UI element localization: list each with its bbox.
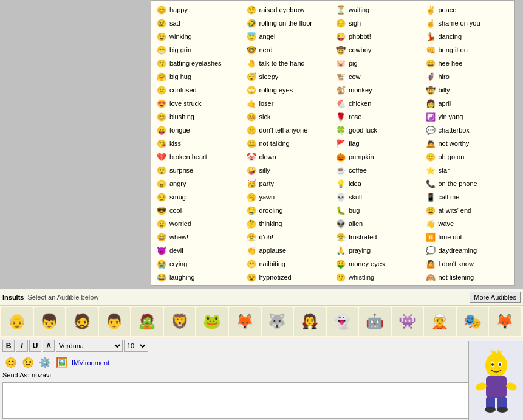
emoji-item[interactable]: 😁big grin	[154, 43, 244, 57]
emoji-item[interactable]: 😤frustrated	[333, 230, 423, 244]
emoji-item[interactable]: 😄hee hee	[423, 57, 513, 70]
emoji-item[interactable]: 🙄rolling eyes	[244, 83, 333, 97]
emoji-item[interactable]: 😜phbbbt!	[333, 30, 423, 43]
emoji-item[interactable]: 💀skull	[333, 190, 423, 204]
audible-icon-item[interactable]: 👴	[1, 307, 33, 336]
emoji-item[interactable]: 😗whistling	[333, 270, 423, 284]
emoji-item[interactable]: 😔sigh	[333, 16, 423, 30]
emoji-item[interactable]: 🐛bug	[333, 204, 423, 217]
wink-button[interactable]: 😉	[21, 357, 35, 368]
emoji-item[interactable]: 🐒monkey	[333, 83, 423, 97]
audible-icon-item[interactable]: 🧟	[131, 307, 163, 336]
emoji-item[interactable]: 🤗big hug	[154, 70, 244, 83]
emoji-item[interactable]: 🤠cowboy	[333, 43, 423, 57]
emoji-item[interactable]: 🤐not talking	[244, 137, 333, 150]
emoji-item[interactable]: 😅whew!	[154, 230, 244, 244]
audible-icon-item[interactable]: 👨	[99, 307, 131, 336]
emoji-item[interactable]: 😎cool	[154, 204, 244, 217]
audible-icon-item[interactable]: 🧛	[294, 307, 326, 336]
emoji-item[interactable]: 🤫don't tell anyone	[244, 123, 333, 137]
emoji-item[interactable]: 🤪silly	[244, 164, 333, 177]
emoji-item[interactable]: 👩april	[423, 97, 513, 110]
emoji-item[interactable]: 🌹rose	[333, 110, 423, 123]
more-audibles-button[interactable]: More Audibles	[470, 292, 521, 303]
emoji-item[interactable]: 🤚talk to the hand	[244, 57, 333, 70]
emoji-item[interactable]: 🍀good luck	[333, 123, 423, 137]
emoji-item[interactable]: 🤔thinking	[244, 217, 333, 230]
audible-icon-item[interactable]: 🦁	[164, 307, 196, 336]
emoji-item[interactable]: 😏smug	[154, 190, 244, 204]
emoji-item[interactable]: 🥳party	[244, 177, 333, 190]
emoji-item[interactable]: 🤠billy	[423, 83, 513, 97]
settings-button[interactable]: ⚙️	[38, 357, 52, 368]
emoji-item[interactable]: 🥱yawn	[244, 190, 333, 204]
emoji-item[interactable]: 😊blushing	[154, 110, 244, 123]
emoji-item[interactable]: 🦸hiro	[423, 70, 513, 83]
emoji-item[interactable]: 🐔chicken	[333, 97, 423, 110]
emoji-item[interactable]: 🤨raised eyebrow	[244, 3, 333, 16]
emoji-item[interactable]: 👏applause	[244, 244, 333, 257]
emoji-item[interactable]: 😲surprise	[154, 164, 244, 177]
audible-icon-item[interactable]: 🤖	[359, 307, 391, 336]
emoji-item[interactable]: 💔broken heart	[154, 150, 244, 164]
audible-icon-item[interactable]: 🐸	[196, 307, 228, 336]
emoji-item[interactable]: 🤙loser	[244, 97, 333, 110]
emoji-item[interactable]: 😩at wits' end	[423, 204, 513, 217]
emoji-item[interactable]: 😈devil	[154, 244, 244, 257]
emoji-popup[interactable]: 😊happy🤨raised eyebrow⏳waiting✌️peace😢sad…	[151, 0, 515, 286]
emoji-item[interactable]: 💃dancing	[423, 30, 513, 43]
audible-icon-item[interactable]: 🦊	[229, 307, 261, 336]
emoji-item[interactable]: 😘kiss	[154, 137, 244, 150]
emoji-item[interactable]: 🤑money eyes	[333, 257, 423, 270]
emoji-item[interactable]: 💬chatterbox	[423, 123, 513, 137]
audible-icon-item[interactable]: 🧝	[424, 307, 456, 336]
emoji-item[interactable]: 😢sad	[154, 16, 244, 30]
emoji-item[interactable]: ✌️peace	[423, 3, 513, 16]
emoji-item[interactable]: 🤣rolling on the floor	[244, 16, 333, 30]
emoji-item[interactable]: 😭crying	[154, 257, 244, 270]
emoji-item[interactable]: 🤒sick	[244, 110, 333, 123]
extra-button[interactable]: 🖼️	[55, 357, 69, 368]
emoji-item[interactable]: 👊bring it on	[423, 43, 513, 57]
emoji-item[interactable]: 😠angry	[154, 177, 244, 190]
emoji-item[interactable]: 🙂oh go on	[423, 150, 513, 164]
emoji-item[interactable]: 🎃pumpkin	[333, 150, 423, 164]
emoji-item[interactable]: 🐷pig	[333, 57, 423, 70]
emoji-item[interactable]: 🙉not listening	[423, 270, 513, 284]
emoji-item[interactable]: 💭daydreaming	[423, 244, 513, 257]
emoji-item[interactable]: 😛tongue	[154, 123, 244, 137]
emoji-item[interactable]: 👋wave	[423, 217, 513, 230]
emoji-item[interactable]: 😐straight face	[154, 284, 244, 286]
emoji-item[interactable]: 😉winking	[154, 30, 244, 43]
emoji-item[interactable]: 🙇not worthy	[423, 137, 513, 150]
emoji-item[interactable]: 🤕feeling beat up	[333, 284, 423, 286]
emoji-item[interactable]: 🤓nerd	[244, 43, 333, 57]
emoji-item[interactable]: 😵hypnotized	[244, 270, 333, 284]
emoji-item[interactable]: 😊happy	[154, 3, 244, 16]
emoji-item[interactable]: ⏸️time out	[423, 230, 513, 244]
emoji-item[interactable]: 😤d'oh!	[244, 230, 333, 244]
smiley-button[interactable]: 😊	[4, 357, 18, 368]
emoji-item[interactable]: 😟worried	[154, 217, 244, 230]
emoji-item[interactable]: ☕coffee	[333, 164, 423, 177]
emoji-item[interactable]: 🙏praying	[333, 244, 423, 257]
audible-icon-item[interactable]: 👻	[327, 307, 358, 336]
emoji-item[interactable]: 😕confused	[154, 83, 244, 97]
emoji-item[interactable]: 😂laughing	[154, 270, 244, 284]
emoji-item[interactable]: ☝️shame on you	[423, 16, 513, 30]
italic-button[interactable]: I	[16, 340, 28, 352]
emoji-item[interactable]: 👽alien	[333, 217, 423, 230]
emoji-item[interactable]: ⏳waiting	[333, 3, 423, 16]
audible-icon-item[interactable]: 🧔	[66, 307, 98, 336]
color-button[interactable]: A	[43, 340, 55, 352]
imvironment-link[interactable]: IMVironment	[72, 359, 109, 367]
emoji-item[interactable]: 💡idea	[333, 177, 423, 190]
font-select[interactable]: Verdana Arial Times New Roman	[56, 340, 123, 352]
emoji-item[interactable]: 🤡clown	[244, 150, 333, 164]
emoji-item[interactable]: 🤷I don't know	[423, 257, 513, 270]
emoji-item[interactable]: 😇angel	[244, 30, 333, 43]
bold-button[interactable]: B	[2, 340, 15, 352]
emoji-item[interactable]: ⭐star	[423, 164, 513, 177]
audible-icon-item[interactable]: 👦	[34, 307, 66, 336]
emoji-item[interactable]: 😗batting eyelashes	[154, 57, 244, 70]
